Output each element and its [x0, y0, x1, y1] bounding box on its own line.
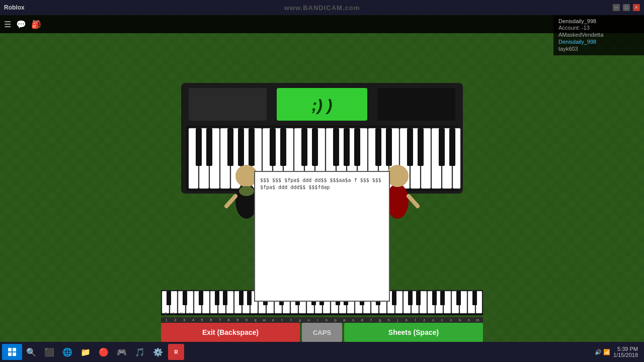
- key-l: l: [411, 318, 420, 322]
- roblox-taskbar-icon[interactable]: R: [168, 344, 184, 360]
- window-title: Roblox: [4, 4, 25, 11]
- svg-rect-89: [395, 291, 403, 313]
- key-e: e: [269, 318, 278, 322]
- user-panel: Denisdaily_998 Account: -13 AMaskedVende…: [553, 15, 644, 55]
- user-amaskedvendetta: AMaskedVendetta: [558, 31, 639, 38]
- title-bar: Roblox www.BANDICAM.com ─ □ ✕: [0, 0, 644, 15]
- backpack-icon[interactable]: 🎒: [31, 20, 41, 29]
- svg-rect-46: [407, 128, 413, 166]
- windows-logo-icon: [8, 348, 16, 356]
- app1-icon[interactable]: 🔴: [96, 344, 112, 360]
- svg-rect-41: [333, 128, 339, 166]
- key-m: m: [473, 318, 482, 322]
- svg-rect-105: [239, 291, 244, 305]
- key-k: k: [402, 318, 411, 322]
- svg-rect-127: [8, 348, 12, 351]
- key-d: d: [358, 318, 367, 322]
- svg-rect-97: [460, 291, 467, 313]
- svg-rect-63: [186, 291, 193, 313]
- svg-rect-38: [280, 128, 286, 166]
- svg-rect-43: [354, 128, 360, 166]
- key-g: g: [375, 318, 384, 322]
- taskbar: 🔍 ⬛ 🌐 📁 🔴 🎮 🎵 ⚙️ R 🔊 📶 5:39 PM 1/15/2018: [0, 342, 644, 362]
- menu-icon[interactable]: ☰: [4, 20, 11, 29]
- svg-rect-68: [226, 291, 233, 313]
- svg-text:@: @: [164, 312, 167, 315]
- key-w: w: [260, 318, 269, 322]
- key-b: b: [455, 318, 464, 322]
- svg-rect-92: [420, 291, 427, 313]
- svg-rect-119: [432, 291, 437, 305]
- key-j: j: [393, 318, 402, 322]
- key-u: u: [304, 318, 313, 322]
- svg-text:;)
    ): ;) ): [312, 96, 333, 114]
- app4-icon[interactable]: ⚙️: [150, 344, 166, 360]
- key-0: 0: [242, 318, 251, 322]
- svg-rect-103: [215, 291, 219, 305]
- user-tayk603: tayk603: [558, 45, 639, 52]
- taskbar-date: 1/15/2018: [613, 352, 638, 358]
- explorer-icon[interactable]: 📁: [77, 344, 94, 360]
- key-3: 3: [180, 318, 189, 322]
- svg-rect-95: [444, 291, 451, 313]
- sheet-content: $$$ $$$ $fpa$ ddd dd$$ $$$aa$a f $$$ $$$…: [260, 177, 384, 191]
- svg-rect-35: [238, 128, 244, 166]
- minimize-button[interactable]: ─: [613, 4, 620, 11]
- user-account-info: Account: -13: [558, 24, 639, 31]
- svg-rect-116: [392, 291, 396, 305]
- caps-button[interactable]: CAPS: [302, 323, 342, 342]
- svg-rect-4: [377, 88, 455, 121]
- close-button[interactable]: ✕: [633, 4, 640, 11]
- key-v: v: [447, 318, 456, 322]
- svg-rect-47: [418, 128, 424, 166]
- app2-icon[interactable]: 🎮: [114, 344, 130, 360]
- key-8: 8: [224, 318, 233, 322]
- svg-rect-104: [223, 291, 227, 305]
- svg-rect-44: [375, 128, 381, 166]
- exit-button[interactable]: Exit (Backspace): [161, 323, 300, 342]
- svg-line-52: [226, 196, 235, 206]
- key-5: 5: [198, 318, 207, 322]
- task-view-icon[interactable]: ⬛: [41, 344, 57, 360]
- key-7: 7: [215, 318, 224, 322]
- key-9: 9: [233, 318, 242, 322]
- sheet-popup: $$$ $$$ $fpa$ ddd dd$$ $$$aa$a f $$$ $$$…: [254, 171, 390, 302]
- key-n: n: [464, 318, 473, 322]
- svg-rect-122: [472, 291, 477, 305]
- svg-text:%: %: [180, 312, 183, 315]
- maximize-button[interactable]: □: [623, 4, 630, 11]
- svg-point-54: [239, 186, 254, 196]
- key-o: o: [322, 318, 331, 322]
- key-q: q: [251, 318, 260, 322]
- roblox-topbar: ☰ 💬 🎒: [0, 15, 644, 33]
- key-p: p: [331, 318, 340, 322]
- svg-rect-33: [206, 128, 212, 166]
- user-denisdaily: Denisdaily_998: [558, 38, 639, 45]
- key-6: 6: [206, 318, 215, 322]
- svg-rect-32: [196, 128, 202, 166]
- sheets-button[interactable]: Sheets (Space): [344, 323, 483, 342]
- search-taskbar-icon[interactable]: 🔍: [23, 344, 39, 360]
- app3-icon[interactable]: 🎵: [132, 344, 148, 360]
- svg-rect-34: [227, 128, 233, 166]
- key-r: r: [278, 318, 287, 322]
- svg-rect-40: [312, 128, 318, 166]
- action-buttons: Exit (Backspace) CAPS Sheets (Space): [161, 323, 483, 342]
- key-labels-row: 1 2 3 4 5 6 7 8 9 0 q w e r t y u i o p …: [161, 317, 483, 323]
- taskbar-time: 5:39 PM: [613, 346, 638, 352]
- svg-rect-118: [416, 291, 421, 305]
- svg-rect-101: [183, 291, 187, 305]
- svg-rect-49: [449, 128, 455, 166]
- key-c: c: [438, 318, 447, 322]
- window-controls: ─ □ ✕: [613, 4, 640, 11]
- svg-rect-100: [167, 291, 171, 305]
- edge-icon[interactable]: 🌐: [59, 344, 75, 360]
- chat-icon[interactable]: 💬: [16, 20, 26, 29]
- svg-rect-129: [8, 352, 12, 356]
- svg-rect-106: [247, 291, 252, 305]
- svg-rect-39: [301, 128, 307, 166]
- start-button[interactable]: [2, 344, 22, 360]
- svg-rect-61: [170, 291, 177, 313]
- svg-rect-117: [408, 291, 413, 305]
- svg-text:^: ^: [189, 312, 191, 315]
